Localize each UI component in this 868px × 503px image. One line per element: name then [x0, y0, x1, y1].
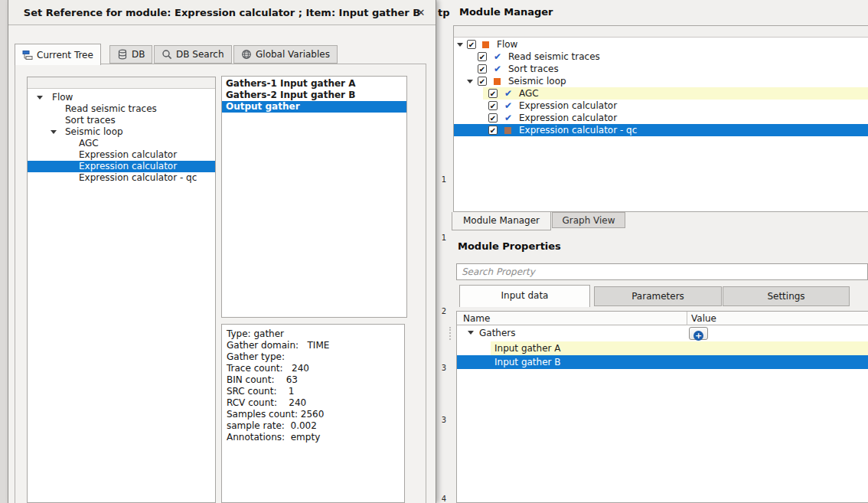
- close-icon[interactable]: ✕: [414, 6, 428, 20]
- column-divider[interactable]: [687, 312, 687, 325]
- checkbox[interactable]: ✔: [467, 40, 476, 49]
- plus-icon: +: [693, 331, 703, 341]
- ruler-number: 3: [439, 416, 449, 424]
- module-tree-row[interactable]: ✔ Seismic loop: [454, 75, 868, 87]
- current-tree-panel[interactable]: Flow Read seismic traces Sort traces Sei…: [27, 77, 216, 503]
- list-item-label: Gathers-2 Input gather B: [226, 90, 355, 100]
- tree-item-label: Read seismic traces: [508, 51, 600, 63]
- list-item[interactable]: Gathers-2 Input gather B: [222, 90, 406, 101]
- tree-row[interactable]: Flow: [28, 92, 215, 103]
- tab-graph-view[interactable]: Graph View: [552, 212, 625, 228]
- checkbox[interactable]: ✔: [488, 113, 498, 122]
- column-header-name: Name: [463, 312, 490, 325]
- tab-parameters[interactable]: Parameters: [594, 286, 722, 306]
- tab-global-variables[interactable]: Global Variables: [233, 45, 338, 64]
- gather-details-panel: Type: gather Gather domain: TIME Gather …: [221, 324, 405, 503]
- detail-line: Gather domain: TIME: [227, 340, 400, 351]
- tree-row[interactable]: Expression calculator: [28, 149, 215, 161]
- module-manager-title: Module Manager: [459, 6, 553, 18]
- tree-header-strip: [454, 26, 868, 38]
- tree-item-label: Expression calculator - qc: [79, 172, 197, 184]
- database-icon: [117, 49, 128, 60]
- table-row-highlighted[interactable]: Input gather A: [457, 341, 868, 355]
- tab-settings[interactable]: Settings: [723, 286, 850, 306]
- checkbox[interactable]: ✔: [488, 126, 498, 135]
- row-name: Input gather A: [494, 341, 561, 355]
- module-manager-tree[interactable]: ✔ Flow ✔ ✔ Read seismic traces ✔ ✔ Sort …: [453, 25, 868, 212]
- detail-line: Gather type:: [227, 351, 400, 363]
- module-tree-row[interactable]: ✔ ✔ Read seismic traces: [454, 51, 868, 63]
- ruler-number: 1: [439, 234, 449, 242]
- module-ok-icon: ✔: [494, 51, 501, 63]
- checkbox[interactable]: ✔: [478, 52, 487, 61]
- tree-icon: [22, 50, 33, 60]
- list-item-selected[interactable]: Output gather: [222, 101, 406, 113]
- tab-label: DB: [132, 46, 145, 63]
- checkbox[interactable]: ✔: [478, 77, 487, 86]
- tree-row[interactable]: Read seismic traces: [28, 103, 215, 115]
- detail-line: sample rate: 0.002: [227, 420, 400, 432]
- tree-item-label: Sort traces: [508, 63, 559, 75]
- module-tree-row-highlighted[interactable]: ✔ ✔ AGC: [454, 87, 868, 100]
- table-row-selected[interactable]: Input gather B: [457, 355, 868, 369]
- expander-arrow-icon[interactable]: [468, 331, 474, 335]
- module-tree-row[interactable]: ✔ ✔ Expression calculator: [454, 112, 868, 124]
- checkbox[interactable]: ✔: [488, 89, 498, 98]
- tab-db[interactable]: DB: [109, 45, 152, 64]
- module-ok-icon: ✔: [504, 100, 512, 112]
- tree-item-label: Expression calculator - qc: [519, 124, 637, 136]
- module-ok-icon: ✔: [494, 63, 501, 75]
- tree-item-label: Expression calculator: [519, 112, 617, 124]
- expander-arrow-icon[interactable]: [51, 130, 57, 134]
- tree-header-strip: [28, 77, 215, 89]
- module-tree-row[interactable]: ✔ ✔ Expression calculator: [454, 100, 868, 112]
- column-header-value: Value: [691, 312, 716, 325]
- checkbox[interactable]: ✔: [488, 101, 498, 110]
- expander-arrow-icon[interactable]: [467, 80, 473, 83]
- detail-line: Trace count: 240: [227, 363, 400, 374]
- expander-arrow-icon[interactable]: [457, 43, 463, 47]
- loop-status-icon: [494, 78, 501, 85]
- tree-item-label: Read seismic traces: [65, 103, 157, 115]
- tab-module-manager[interactable]: Module Manager: [452, 212, 551, 230]
- module-tree-row[interactable]: ✔ Flow: [454, 38, 868, 51]
- detail-line: RCV count: 240: [227, 397, 400, 409]
- tree-row[interactable]: Seismic loop: [28, 126, 215, 138]
- ruler-number: 4: [439, 495, 449, 503]
- detail-line: BIN count: 63: [227, 374, 400, 386]
- tree-item-label: AGC: [519, 87, 539, 100]
- module-ok-icon: ✔: [504, 87, 512, 100]
- checkbox[interactable]: ✔: [478, 64, 487, 73]
- detail-line: SRC count: 1: [227, 386, 400, 397]
- search-property-input[interactable]: [456, 263, 868, 280]
- table-row-gathers[interactable]: Gathers +: [457, 325, 868, 341]
- ruler-number: 1: [439, 175, 449, 184]
- add-gather-button[interactable]: +: [689, 327, 708, 340]
- set-reference-dialog: Set Reference for module: Expression cal…: [8, 0, 436, 503]
- module-tree-row[interactable]: ✔ ✔ Sort traces: [454, 63, 868, 75]
- input-data-table[interactable]: Name Value Gathers + Input gather A Inpu…: [456, 311, 868, 503]
- tree-row[interactable]: AGC: [28, 138, 215, 149]
- list-item[interactable]: Gathers-1 Input gather A: [222, 78, 406, 90]
- expander-arrow-icon[interactable]: [37, 96, 43, 100]
- tree-row[interactable]: Sort traces: [28, 115, 215, 126]
- ruler-number: 3: [439, 364, 449, 372]
- tab-db-search[interactable]: DB Search: [154, 45, 232, 64]
- tab-current-tree[interactable]: Current Tree: [15, 44, 101, 65]
- gather-items-list[interactable]: Gathers-1 Input gather A Gathers-2 Input…: [221, 76, 407, 318]
- tab-label: Global Variables: [256, 46, 330, 63]
- tree-item-label: Flow: [52, 92, 73, 103]
- tree-item-label: Expression calculator: [79, 149, 177, 161]
- tree-row[interactable]: Expression calculator - qc: [28, 172, 215, 184]
- tab-input-data[interactable]: Input data: [459, 285, 590, 307]
- tab-label: DB Search: [176, 46, 224, 63]
- tree-row-selected[interactable]: Expression calculator: [28, 161, 215, 172]
- list-item-label: Gathers-1 Input gather A: [226, 78, 355, 89]
- dialog-titlebar[interactable]: Set Reference for module: Expression cal…: [8, 0, 436, 25]
- tree-item-label: Seismic loop: [65, 126, 123, 138]
- flow-status-icon: [482, 41, 489, 48]
- module-tree-row-selected[interactable]: ✔ Expression calculator - qc: [454, 124, 868, 136]
- dialog-title: Set Reference for module: Expression cal…: [24, 7, 420, 18]
- tree-item-label: Expression calculator: [79, 161, 177, 172]
- detail-line: Annotations: empty: [227, 432, 400, 443]
